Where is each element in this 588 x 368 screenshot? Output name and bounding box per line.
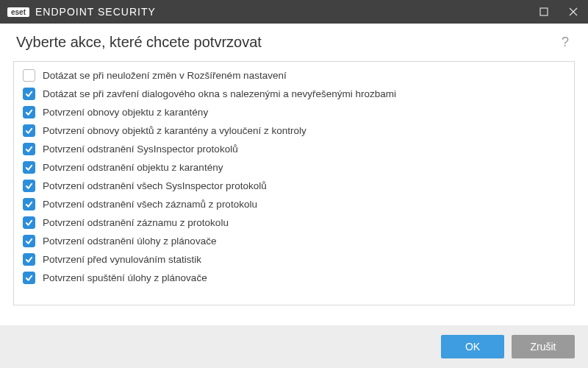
option-row: Potvrzení před vynulováním statistik bbox=[18, 250, 570, 269]
option-row: Potvrzení odstranění záznamu z protokolu bbox=[18, 213, 570, 232]
option-checkbox[interactable] bbox=[23, 106, 35, 118]
maximize-button[interactable] bbox=[529, 0, 559, 24]
cancel-button[interactable]: Zrušit bbox=[512, 335, 575, 358]
maximize-icon bbox=[539, 7, 548, 16]
option-label: Potvrzení odstranění SysInspector protok… bbox=[43, 144, 238, 155]
brand-name: ENDPOINT SECURITY bbox=[35, 6, 156, 18]
option-row: Potvrzení spuštění úlohy z plánovače bbox=[18, 269, 570, 287]
option-label: Potvrzení odstranění všech záznamů z pro… bbox=[43, 199, 257, 210]
option-row: Dotázat se při neuložení změn v Rozšířen… bbox=[18, 66, 570, 85]
option-checkbox[interactable] bbox=[23, 180, 35, 192]
option-row: Potvrzení odstranění objektu z karantény bbox=[18, 158, 570, 177]
option-row: Potvrzení obnovy objektu z karantény bbox=[18, 103, 570, 121]
options-list-frame: Dotázat se při neuložení změn v Rozšířen… bbox=[13, 61, 575, 305]
option-checkbox[interactable] bbox=[23, 69, 35, 82]
option-checkbox[interactable] bbox=[23, 88, 35, 100]
option-checkbox[interactable] bbox=[23, 198, 35, 210]
option-row: Potvrzení obnovy objektů z karantény a v… bbox=[18, 121, 570, 140]
close-icon bbox=[569, 7, 578, 16]
option-label: Dotázat se při neuložení změn v Rozšířen… bbox=[43, 70, 287, 81]
page-title: Vyberte akce, které chcete potvrzovat bbox=[16, 34, 559, 51]
option-checkbox[interactable] bbox=[23, 272, 35, 284]
help-icon[interactable]: ? bbox=[559, 35, 572, 50]
option-label: Potvrzení obnovy objektů z karantény a v… bbox=[43, 125, 306, 136]
svg-rect-0 bbox=[540, 8, 548, 15]
option-checkbox[interactable] bbox=[23, 161, 35, 174]
option-label: Potvrzení před vynulováním statistik bbox=[43, 254, 201, 265]
option-checkbox[interactable] bbox=[23, 235, 35, 247]
option-label: Potvrzení obnovy objektu z karantény bbox=[43, 107, 208, 118]
option-label: Dotázat se při zavření dialogového okna … bbox=[43, 88, 396, 99]
option-checkbox[interactable] bbox=[23, 216, 35, 229]
close-button[interactable] bbox=[559, 0, 588, 24]
dialog-header: Vyberte akce, které chcete potvrzovat ? bbox=[0, 24, 588, 61]
options-list[interactable]: Dotázat se při neuložení změn v Rozšířen… bbox=[14, 62, 574, 305]
option-label: Potvrzení spuštění úlohy z plánovače bbox=[43, 272, 207, 283]
option-label: Potvrzení odstranění úlohy z plánovače bbox=[43, 236, 216, 247]
option-checkbox[interactable] bbox=[23, 253, 35, 266]
option-row: Potvrzení odstranění všech SysInspector … bbox=[18, 177, 570, 195]
option-row: Potvrzení odstranění všech záznamů z pro… bbox=[18, 195, 570, 213]
option-row: Potvrzení odstranění SysInspector protok… bbox=[18, 140, 570, 158]
option-label: Potvrzení odstranění objektu z karantény bbox=[43, 162, 223, 173]
option-label: Potvrzení odstranění všech SysInspector … bbox=[43, 180, 267, 191]
option-checkbox[interactable] bbox=[23, 143, 35, 155]
brand-badge: eset bbox=[7, 7, 29, 17]
option-row: Dotázat se při zavření dialogového okna … bbox=[18, 85, 570, 103]
ok-button[interactable]: OK bbox=[441, 335, 504, 358]
option-checkbox[interactable] bbox=[23, 124, 35, 137]
option-row: Potvrzení odstranění úlohy z plánovače bbox=[18, 232, 570, 250]
dialog-footer: OK Zrušit bbox=[0, 325, 588, 368]
option-label: Potvrzení odstranění záznamu z protokolu bbox=[43, 217, 229, 228]
titlebar: eset ENDPOINT SECURITY bbox=[0, 0, 588, 24]
